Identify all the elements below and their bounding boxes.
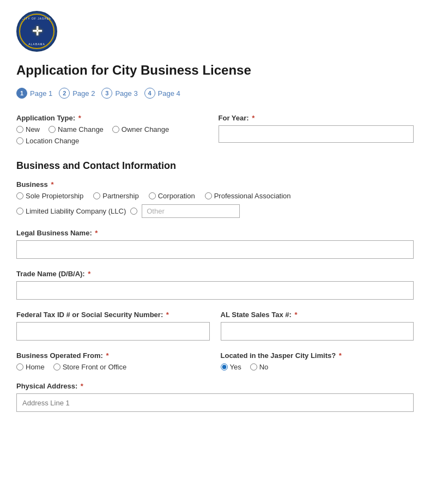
- business-type-label: Business *: [16, 180, 414, 189]
- radio-corporation-input[interactable]: [149, 192, 156, 199]
- radio-other[interactable]: [130, 208, 137, 215]
- physical-address-section: Physical Address: *: [16, 382, 414, 412]
- federal-tax-id-section: Federal Tax ID # or Social Security Numb…: [16, 311, 210, 341]
- al-state-sales-tax-label: AL State Sales Tax #: *: [221, 311, 414, 319]
- application-type-section: Application Type: * New Name Change Owne…: [16, 114, 414, 145]
- business-type-section: Business * Sole Propietorship Partnershi…: [16, 180, 414, 218]
- step-2-circle: 2: [59, 88, 70, 99]
- tax-row: Federal Tax ID # or Social Security Numb…: [16, 311, 414, 341]
- radio-name-change-input[interactable]: [49, 126, 56, 133]
- step-2[interactable]: 2 Page 2: [59, 88, 95, 99]
- radio-storefront-input[interactable]: [53, 363, 60, 371]
- radio-no-input[interactable]: [250, 363, 257, 371]
- radio-partnership-input[interactable]: [93, 192, 100, 199]
- al-state-sales-tax-section: AL State Sales Tax #: *: [221, 311, 414, 341]
- business-type-row2: Limited Liability Company (LLC): [16, 204, 414, 218]
- city-seal: CITY OF JASPER ✛ ALABAMA: [16, 11, 57, 52]
- radio-sole-prop[interactable]: Sole Propietorship: [16, 192, 83, 200]
- legal-business-name-section: Legal Business Name: *: [16, 229, 414, 259]
- radio-new[interactable]: New: [16, 125, 40, 133]
- radio-owner-change-input[interactable]: [112, 126, 119, 133]
- legal-business-name-label: Legal Business Name: *: [16, 229, 414, 237]
- trade-name-section: Trade Name (D/B/A): *: [16, 270, 414, 300]
- located-in-jasper-section: Located in the Jasper City Limits? * Yes…: [221, 351, 414, 371]
- step-4-label: Page 4: [158, 89, 180, 98]
- section-heading: Business and Contact Information: [16, 156, 414, 172]
- radio-professional-assoc-input[interactable]: [205, 192, 212, 199]
- step-1[interactable]: 1 Page 1: [16, 88, 52, 99]
- legal-business-name-input[interactable]: [16, 240, 414, 259]
- business-operated-from-section: Business Operated From: * Home Store Fro…: [16, 351, 210, 371]
- radio-storefront[interactable]: Store Front or Office: [53, 363, 127, 371]
- for-year-input[interactable]: [219, 125, 414, 143]
- located-jasper-radio-group: Yes No: [221, 363, 414, 371]
- physical-address-input[interactable]: [16, 393, 414, 412]
- step-1-label: Page 1: [30, 89, 52, 98]
- radio-location-change-input[interactable]: [16, 137, 23, 144]
- step-4-circle: 4: [144, 88, 155, 99]
- radio-name-change[interactable]: Name Change: [49, 125, 104, 133]
- located-in-jasper-label: Located in the Jasper City Limits? *: [221, 351, 414, 360]
- logo-area: CITY OF JASPER ✛ ALABAMA: [16, 11, 414, 52]
- app-type-left: Application Type: * New Name Change Owne…: [16, 114, 212, 145]
- step-3[interactable]: 3 Page 3: [101, 88, 137, 99]
- al-state-sales-tax-input[interactable]: [221, 322, 414, 341]
- radio-professional-assoc[interactable]: Professional Association: [205, 192, 291, 200]
- step-3-label: Page 3: [115, 89, 137, 98]
- radio-location-change[interactable]: Location Change: [16, 137, 79, 145]
- app-type-label: Application Type: *: [16, 114, 212, 122]
- federal-tax-id-label: Federal Tax ID # or Social Security Numb…: [16, 311, 210, 319]
- business-type-row1: Sole Propietorship Partnership Corporati…: [16, 192, 414, 200]
- step-2-label: Page 2: [72, 89, 95, 98]
- steps-nav: 1 Page 1 2 Page 2 3 Page 3 4 Page 4: [16, 88, 414, 99]
- radio-llc[interactable]: Limited Liability Company (LLC): [16, 207, 126, 215]
- trade-name-input[interactable]: [16, 281, 414, 300]
- radio-new-input[interactable]: [16, 126, 23, 133]
- step-3-circle: 3: [101, 88, 112, 99]
- app-type-radio-group-2: Location Change: [16, 137, 212, 145]
- trade-name-label: Trade Name (D/B/A): *: [16, 270, 414, 278]
- step-4[interactable]: 4 Page 4: [144, 88, 180, 99]
- federal-tax-id-input[interactable]: [16, 322, 210, 341]
- radio-partnership[interactable]: Partnership: [93, 192, 138, 200]
- operated-located-grid: Business Operated From: * Home Store Fro…: [16, 351, 414, 371]
- for-year-label: For Year: *: [219, 114, 414, 122]
- business-operated-from-label: Business Operated From: *: [16, 351, 210, 360]
- radio-yes-input[interactable]: [221, 363, 228, 371]
- radio-corporation[interactable]: Corporation: [149, 192, 195, 200]
- radio-yes[interactable]: Yes: [221, 363, 241, 371]
- radio-other-input[interactable]: [130, 208, 137, 215]
- radio-llc-input[interactable]: [16, 208, 23, 215]
- page-title: Application for City Business License: [16, 63, 414, 78]
- business-operated-radio-group: Home Store Front or Office: [16, 363, 210, 371]
- for-year-section: For Year: *: [219, 114, 414, 143]
- radio-no[interactable]: No: [250, 363, 269, 371]
- physical-address-label: Physical Address: *: [16, 382, 414, 390]
- radio-sole-prop-input[interactable]: [16, 192, 23, 199]
- other-business-type-input[interactable]: [142, 204, 240, 218]
- radio-home-input[interactable]: [16, 363, 23, 371]
- radio-owner-change[interactable]: Owner Change: [112, 125, 169, 133]
- radio-home[interactable]: Home: [16, 363, 45, 371]
- step-1-circle: 1: [16, 88, 27, 99]
- app-type-radio-group: New Name Change Owner Change: [16, 125, 212, 133]
